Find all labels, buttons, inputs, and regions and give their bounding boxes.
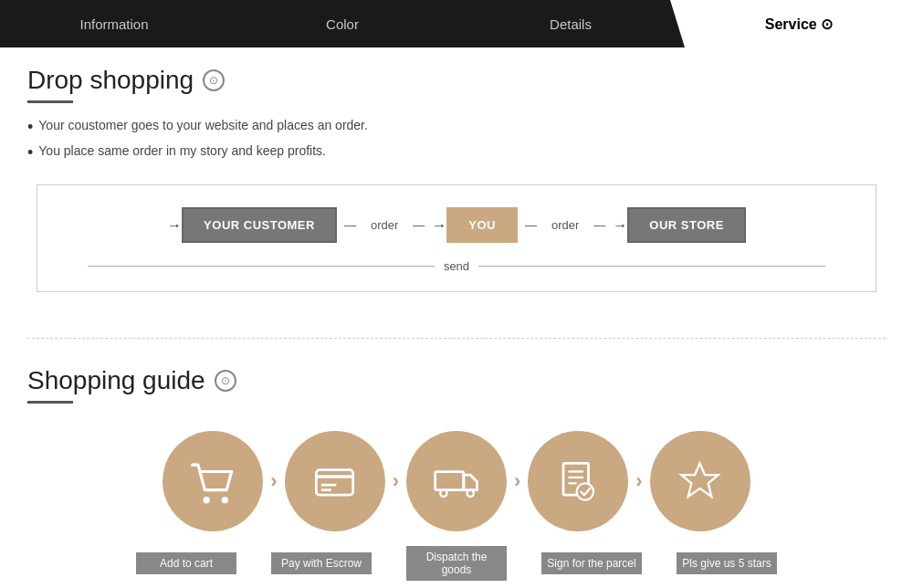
- shopping-guide-title: Shopping guide ⊙: [27, 366, 886, 395]
- guide-step-5: [650, 431, 750, 531]
- svg-point-0: [203, 497, 209, 503]
- flow-top-row: → YOUR CUSTOMER — order — → YOU — order …: [65, 207, 848, 243]
- guide-step-3: [406, 431, 507, 531]
- svg-point-1: [222, 497, 228, 503]
- arrow-2: →: [432, 217, 446, 234]
- top-nav: Information Color Details Service ⊙: [0, 0, 913, 47]
- guide-label-1: Add to cart: [136, 552, 236, 574]
- bullet-item-1: Your coustomer goes to your website and …: [27, 118, 886, 138]
- chevron-2: ›: [393, 469, 399, 493]
- flow-node-you: YOU: [446, 207, 518, 243]
- guide-circle-cart: [163, 431, 263, 531]
- guide-label-5: Pls give us 5 stars: [677, 552, 777, 574]
- guide-dropdown-icon[interactable]: ⊙: [215, 370, 236, 392]
- section-divider: [27, 338, 886, 339]
- arrow-start: →: [167, 217, 182, 234]
- guide-label-3: Dispatch the goods: [406, 546, 507, 581]
- guide-step-1: [163, 431, 263, 531]
- guide-icons-row: › › ›: [27, 431, 886, 531]
- guide-label-2: Pay with Escrow: [271, 552, 372, 574]
- flow-node-customer: YOUR CUSTOMER: [182, 207, 337, 243]
- guide-step-4: [528, 431, 628, 531]
- credit-card-icon: [310, 457, 360, 507]
- flow-bottom-line-left: [88, 266, 435, 267]
- chevron-3: ›: [514, 469, 520, 493]
- flow-node-store: OUR STORE: [627, 207, 746, 243]
- truck-icon: [432, 457, 482, 507]
- flow-label-3: —: [525, 218, 537, 232]
- guide-step-2: [285, 431, 385, 531]
- title-underline: [27, 100, 73, 103]
- nav-color[interactable]: Color: [228, 0, 456, 47]
- guide-circle-star: [650, 431, 750, 531]
- guide-circle-pay: [285, 431, 385, 531]
- bullet-list: Your coustomer goes to your website and …: [27, 118, 886, 163]
- svg-rect-3: [317, 469, 353, 495]
- svg-point-14: [576, 483, 593, 499]
- nav-details[interactable]: Details: [456, 0, 685, 47]
- svg-rect-7: [435, 471, 463, 489]
- chevron-4: ›: [635, 469, 642, 493]
- flow-bottom-line-right: [478, 266, 825, 267]
- drop-shopping-title: Drop shopping ⊙: [27, 66, 886, 95]
- svg-marker-15: [681, 463, 718, 497]
- flow-send-label: send: [444, 259, 469, 273]
- flow-label-2: —: [413, 218, 425, 232]
- shopping-guide-section: Shopping guide ⊙ ›: [0, 348, 913, 588]
- nav-information[interactable]: Information: [0, 0, 228, 47]
- flow-order-label-1: order: [371, 218, 398, 232]
- bullet-item-2: You place same order in my story and kee…: [27, 143, 886, 163]
- svg-point-9: [467, 489, 473, 496]
- nav-service[interactable]: Service ⊙: [685, 0, 913, 47]
- dropdown-icon[interactable]: ⊙: [203, 69, 225, 91]
- flow-label-1: —: [344, 218, 356, 232]
- flow-order-label-2: order: [551, 218, 579, 232]
- guide-circle-truck: [406, 431, 507, 531]
- cart-icon: [188, 457, 238, 507]
- sign-parcel-icon: [553, 457, 603, 507]
- star-icon: [675, 457, 725, 507]
- guide-circle-sign: [528, 431, 628, 531]
- drop-shopping-section: Drop shopping ⊙ Your coustomer goes to y…: [0, 47, 913, 329]
- svg-point-8: [440, 489, 446, 496]
- flow-label-4: —: [593, 218, 605, 232]
- flow-bottom-row: send: [65, 259, 848, 273]
- guide-label-4: Sign for the parcel: [541, 552, 642, 574]
- guide-title-underline: [27, 401, 73, 404]
- chevron-1: ›: [270, 469, 277, 493]
- arrow-3: →: [613, 217, 627, 234]
- flow-diagram: → YOUR CUSTOMER — order — → YOU — order …: [37, 184, 876, 292]
- guide-labels-row: Add to cart Pay with Escrow Dispatch the…: [27, 546, 886, 581]
